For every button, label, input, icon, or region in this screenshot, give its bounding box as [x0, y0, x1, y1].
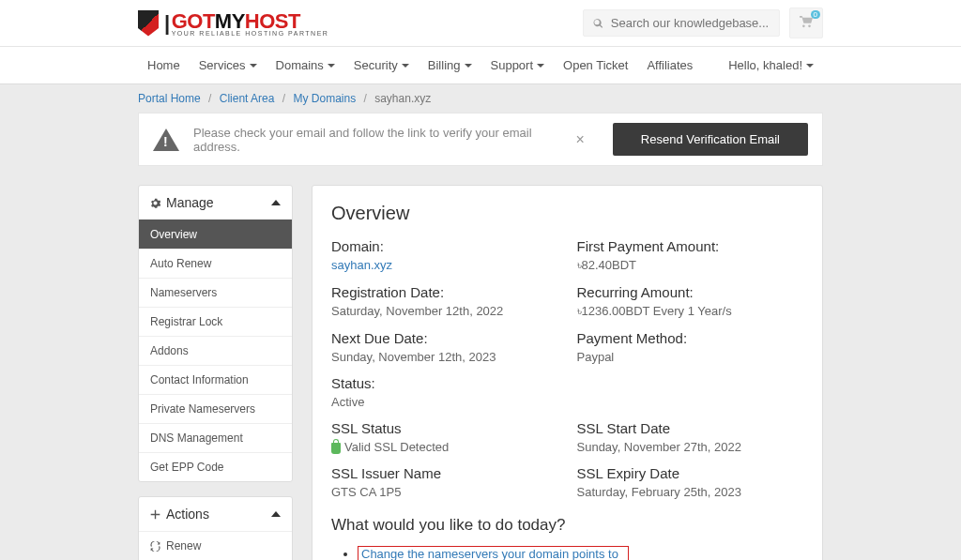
search-wrapper[interactable] — [583, 9, 780, 37]
breadcrumb: Portal Home / Client Area / My Domains /… — [0, 84, 961, 113]
chevron-up-icon — [271, 511, 281, 517]
actions-header[interactable]: Actions — [139, 497, 292, 531]
detail-ssl-issuer: SSL Issuer Name GTS CA 1P5 — [331, 465, 558, 499]
breadcrumb-portal-home[interactable]: Portal Home — [138, 92, 201, 105]
caret-down-icon — [250, 64, 257, 68]
todo-title: What would you like to do today? — [331, 516, 803, 535]
detail-ssl-status: SSL Status Valid SSL Detected — [331, 420, 558, 454]
user-menu[interactable]: Hello, khaled! — [719, 47, 823, 83]
detail-ssl-start: SSL Start Date Sunday, November 27th, 20… — [577, 420, 804, 454]
detail-first-payment: First Payment Amount: ৳82.40BDT — [577, 238, 804, 273]
search-input[interactable] — [611, 16, 770, 30]
manage-nameservers[interactable]: Nameservers — [139, 278, 292, 307]
logo-tagline: YOUR RELIABLE HOSTING PARTNER — [172, 30, 329, 37]
detail-next-due: Next Due Date: Sunday, November 12th, 20… — [331, 330, 558, 364]
refresh-icon — [150, 541, 160, 552]
verification-alert: Please check your email and follow the l… — [138, 113, 823, 166]
detail-ssl-expiry: SSL Expiry Date Saturday, February 25th,… — [577, 465, 804, 499]
nav-services[interactable]: Services — [190, 47, 267, 83]
caret-down-icon — [328, 64, 335, 68]
nav-support[interactable]: Support — [481, 47, 555, 83]
lock-icon — [331, 443, 341, 454]
gear-icon — [150, 198, 160, 208]
caret-down-icon — [806, 64, 814, 68]
manage-overview[interactable]: Overview — [139, 219, 292, 249]
detail-reg-date: Registration Date: Saturday, November 12… — [331, 284, 558, 319]
manage-header[interactable]: Manage — [139, 186, 292, 219]
alert-close-button[interactable]: × — [562, 131, 599, 148]
caret-down-icon — [537, 64, 544, 68]
nav-security[interactable]: Security — [344, 47, 419, 83]
manage-dns[interactable]: DNS Management — [139, 423, 292, 452]
detail-recurring: Recurring Amount: ৳1236.00BDT Every 1 Ye… — [577, 284, 804, 319]
warning-icon — [153, 129, 179, 151]
breadcrumb-my-domains[interactable]: My Domains — [293, 92, 356, 105]
caret-down-icon — [465, 64, 472, 68]
content-panel: Overview Domain: sayhan.xyz First Paymen… — [312, 185, 823, 560]
detail-status: Status: Active — [331, 375, 803, 409]
nav-domains[interactable]: Domains — [267, 47, 344, 83]
breadcrumb-client-area[interactable]: Client Area — [220, 92, 275, 105]
resend-verification-button[interactable]: Resend Verification Email — [613, 123, 808, 156]
logo-shield-icon — [138, 10, 159, 37]
detail-payment-method: Payment Method: Paypal — [577, 330, 804, 364]
nav-home[interactable]: Home — [138, 47, 190, 83]
alert-text: Please check your email and follow the l… — [193, 126, 548, 154]
page-title: Overview — [331, 203, 803, 224]
manage-epp[interactable]: Get EPP Code — [139, 452, 292, 481]
logo[interactable]: | GOTMYHOST YOUR RELIABLE HOSTING PARTNE… — [138, 9, 328, 37]
cart-badge: 0 — [811, 10, 820, 19]
manage-contact-info[interactable]: Contact Information — [139, 365, 292, 394]
top-header: | GOTMYHOST YOUR RELIABLE HOSTING PARTNE… — [0, 0, 961, 47]
manage-addons[interactable]: Addons — [139, 336, 292, 365]
action-renew[interactable]: Renew — [139, 531, 292, 560]
manage-auto-renew[interactable]: Auto Renew — [139, 249, 292, 278]
manage-registrar-lock[interactable]: Registrar Lock — [139, 307, 292, 336]
nav-open-ticket[interactable]: Open Ticket — [554, 47, 637, 83]
actions-panel: Actions Renew Register a New Domain Tran… — [138, 496, 293, 560]
search-icon — [593, 18, 603, 29]
cart-button[interactable]: 0 — [789, 8, 823, 38]
todo-list: Change the nameservers your domain point… — [331, 544, 803, 560]
plus-icon — [150, 509, 160, 520]
detail-domain: Domain: sayhan.xyz — [331, 238, 558, 273]
manage-panel: Manage Overview Auto Renew Nameservers R… — [138, 185, 293, 482]
todo-change-nameservers[interactable]: Change the nameservers your domain point… — [358, 546, 629, 560]
breadcrumb-current: sayhan.xyz — [374, 92, 431, 105]
caret-down-icon — [402, 64, 409, 68]
domain-link[interactable]: sayhan.xyz — [331, 258, 558, 272]
chevron-up-icon — [271, 200, 281, 205]
nav-billing[interactable]: Billing — [419, 47, 481, 83]
manage-private-ns[interactable]: Private Nameservers — [139, 394, 292, 423]
nav-affiliates[interactable]: Affiliates — [637, 47, 702, 83]
nav-bar: Home Services Domains Security Billing S… — [0, 47, 961, 84]
